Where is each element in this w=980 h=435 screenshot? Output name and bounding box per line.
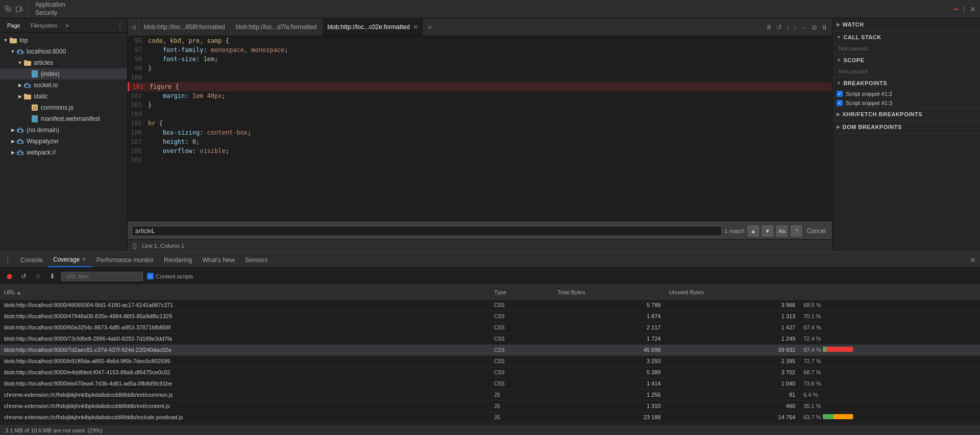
left-panel-more-icon[interactable]: » [65,22,69,29]
table-header: URL Type Total Bytes Unused Bytes [0,285,980,299]
table-row[interactable]: blob:http://localhost:8000/eb470ea4-7d3b… [0,378,980,389]
bottom-tab-what's-new[interactable]: What's New [197,252,240,267]
tree-item-nodomain[interactable]: ▶(no domain) [0,124,127,136]
step-over-icon[interactable]: ↺ [776,23,782,31]
breakpoints-header[interactable]: ▼ Breakpoints [832,77,980,89]
editor-tab-blob-http---loc---d7fa-formatted[interactable]: blob:http://loc...d7fa:formatted [231,18,323,36]
pause-icon[interactable]: ⏸ [821,23,828,31]
format-icon[interactable]: ⏸ [766,23,772,31]
inspect-icon[interactable] [4,5,12,13]
coverage-table[interactable]: URL Type Total Bytes Unused Bytes blob:h… [0,285,980,425]
tree-item-localhost[interactable]: ▼localhost:8000 [0,46,127,57]
tree-item-commonsjs[interactable]: JScommons.js [0,102,127,113]
nav-close-icon[interactable]: ✕ [970,5,976,13]
tab-page[interactable]: Page [4,21,23,30]
call-stack-header[interactable]: ▼ Call Stack [832,31,980,43]
step-into-icon[interactable]: ↓ [786,23,790,31]
table-row[interactable]: blob:http://localhost:8000/e4ddfded-f047… [0,367,980,378]
editor-tab-close-icon[interactable]: ✕ [413,23,418,31]
editor-tab-blob-http---loc---c02e-formatted[interactable]: blob:http://loc...c02e:formatted✕ [323,18,424,36]
col-type[interactable]: Type [490,285,553,299]
file-tree: ▼top▼localhost:8000▼articles(index)▶sock… [0,33,127,251]
tree-file-icon [16,47,24,56]
code-line-105: 105hr { [128,119,832,128]
tab-more-icon[interactable]: » [424,18,436,36]
tab-back-icon[interactable]: ◁ [128,18,139,36]
bottom-tab-sensors[interactable]: Sensors [240,252,273,267]
search-match-count: 1 match [725,228,745,234]
reload-btn[interactable]: ↺ [18,271,29,282]
url-filter-input[interactable] [61,272,143,281]
table-row[interactable]: chrome-extension://cfhdojbkjhnklbpkdaibd… [0,400,980,412]
tree-item-articles[interactable]: ▼articles [0,57,127,68]
tree-item-static[interactable]: ▶static [0,91,127,102]
nav-tab-application[interactable]: Application [28,1,78,9]
row-type: JS [490,412,553,423]
watch-header[interactable]: ▶ Watch [832,18,980,31]
code-semicolon: ; [248,129,251,136]
table-row[interactable]: blob:http://localhost:8000/73cfd6e8-2896… [0,333,980,344]
bottom-tab-rendering[interactable]: Rendering [159,252,197,267]
device-icon[interactable] [15,5,23,13]
content-scripts-checkbox[interactable]: ✓ [147,273,154,279]
nav-tab-security[interactable]: Security [28,9,78,17]
tree-item-webpack[interactable]: ▶webpack:// [0,147,127,158]
tree-item-top[interactable]: ▼top [0,35,127,46]
bottom-tab-console[interactable]: Console [15,252,48,267]
tree-item-label: static [34,93,48,100]
breakpoint-1-checkbox[interactable]: ✓ [837,91,843,97]
nav-more-icon[interactable]: ⋮ [961,5,968,13]
format-brackets-icon[interactable]: {} [133,242,137,249]
col-unused[interactable]: Unused Bytes [665,285,799,299]
export-btn[interactable]: ⬇ [47,271,57,282]
bottom-close-icon[interactable]: ✕ [970,256,976,264]
code-property: margin [148,92,185,99]
scope-header[interactable]: ▼ Scope [832,54,980,66]
search-cancel-btn[interactable]: Cancel [805,227,828,235]
tree-item-index[interactable]: (index) [0,68,127,80]
tree-item-wappalyzer[interactable]: ▶Wappalyzer [0,136,127,147]
search-next-btn[interactable]: ▼ [762,225,773,237]
table-row[interactable]: blob:http://localhost:8000/b91ff0da-a865… [0,355,980,367]
dom-breakpoints-header[interactable]: ▶ DOM Breakpoints [832,121,980,133]
xhr-breakpoints-header[interactable]: ▶ XHR/fetch Breakpoints [832,108,980,120]
table-row[interactable]: blob:http://localhost:8000/46065004-5fd1… [0,299,980,311]
tree-item-manifest[interactable]: manifest.webmanifest [0,113,127,124]
col-total[interactable]: Total Bytes [553,285,665,299]
tree-file-icon [16,126,24,134]
search-input[interactable] [132,226,722,236]
regex-btn[interactable]: .* [791,225,802,237]
breakpoint-2[interactable]: ✓ Script snippet #1:3 [832,98,980,108]
table-row[interactable]: chrome-extension://cfhdojbkjhnklbpkdaibd… [0,389,980,400]
bottom-panel: ⋮ ConsoleCoverage✕Performance monitorRen… [0,251,980,435]
row-type: JS [490,389,553,400]
deactivate-icon[interactable]: ⊘ [812,23,817,31]
step-out-icon[interactable]: ↑ [794,23,797,31]
table-row[interactable]: blob:http://localhost:8000/60a3254c-8673… [0,322,980,333]
code-editor[interactable]: 96code, kbd, pre, samp {97 font-family: … [128,36,832,222]
bottom-tab-label: Coverage [53,256,80,263]
bottom-tab-performance-monitor[interactable]: Performance monitor [91,252,159,267]
bottom-tab-coverage[interactable]: Coverage✕ [48,252,91,267]
code-property: height [148,138,185,145]
table-row[interactable]: chrome-extension://cfhdojbkjhnklbpkdaibd… [0,412,980,423]
clear-btn[interactable]: ⊘ [33,271,43,282]
table-row[interactable]: blob:http://localhost:8000/47948a08-835e… [0,311,980,322]
code-value: 1em 40px [188,92,222,99]
bottom-tab-label: Sensors [245,257,267,264]
bottom-menu-icon[interactable]: ⋮ [4,256,11,264]
breakpoint-1[interactable]: ✓ Script snippet #1:2 [832,89,980,98]
editor-tab-blob-http---loc---858f-formatted[interactable]: blob:http://loc...858f:formatted [139,18,231,36]
tree-item-socket[interactable]: ▶socket.io [0,80,127,91]
table-row[interactable]: blob:http://localhost:8000/7d2aec81-c37d… [0,344,980,355]
case-sensitive-btn[interactable]: Aa [776,225,788,237]
resume-icon[interactable]: → [801,23,807,31]
record-btn[interactable]: ⏺ [4,271,14,282]
search-prev-btn[interactable]: ▲ [748,225,759,237]
col-url[interactable]: URL [0,285,490,299]
bottom-tab-close-icon[interactable]: ✕ [82,256,86,263]
left-panel-menu-icon[interactable]: ⋮ [117,22,123,29]
tree-file-icon [16,148,24,157]
breakpoint-2-checkbox[interactable]: ✓ [837,100,843,106]
tab-filesystem[interactable]: Filesystem [28,21,61,30]
